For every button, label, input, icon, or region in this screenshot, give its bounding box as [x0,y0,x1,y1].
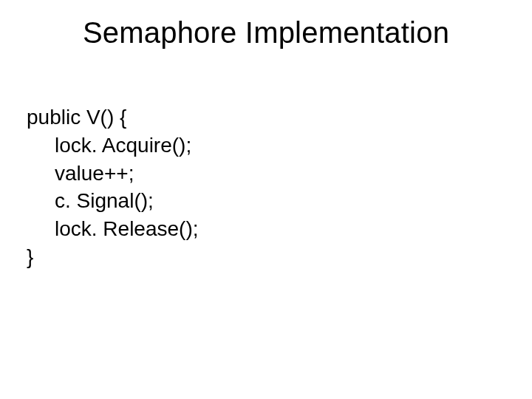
code-line-1: public V() { [27,103,199,132]
slide-title: Semaphore Implementation [0,16,532,50]
slide: Semaphore Implementation public V() { lo… [0,0,532,399]
code-line-4: c. Signal(); [27,187,199,215]
code-line-3: value++; [27,160,199,188]
code-line-6: } [27,243,199,271]
code-line-2: lock. Acquire(); [27,132,199,160]
code-block: public V() { lock. Acquire(); value++; c… [27,103,199,271]
code-line-5: lock. Release(); [27,215,199,243]
